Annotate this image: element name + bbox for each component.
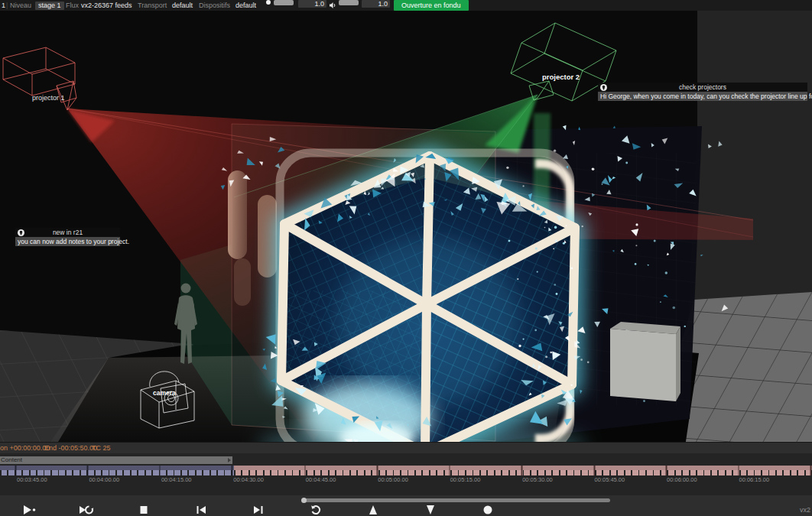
niveau-value[interactable]: stage 1 [35,2,64,10]
stop-button[interactable] [135,503,153,516]
timeline-tick-label: 00:04:30.00 [233,476,264,483]
note-pin-icon [600,84,607,93]
timeline-tick-label: 00:04:45.00 [306,476,336,483]
timeline-ruler-outside[interactable] [234,466,812,475]
timeline-tick-label: 00:04:00.00 [89,476,119,483]
position-timecode[interactable]: on +00:00:00.00 [0,443,50,454]
timeline-tick-label: 00:06:15.00 [739,476,770,483]
tc-rate[interactable]: TC 25 [92,443,111,454]
fade-open-button[interactable]: Ouverture en fondu [394,0,469,11]
scene-canvas: projector 1 projector 2 cam [0,11,812,442]
note-pin-icon [18,229,24,239]
play-button[interactable] [20,503,38,516]
note-check-projectors[interactable]: check projectors Hi George, when you com… [598,83,807,101]
app-brand: vx2 [800,506,810,514]
timeline-scrollbar-handle[interactable] [301,498,307,503]
go-to-end-button[interactable] [249,503,268,516]
replay-button[interactable] [307,503,325,516]
note-body: Hi George, when you come in today, can y… [598,92,807,101]
volume-slider[interactable] [339,0,359,5]
top-toolbar: 1 | Niveau stage 1 Flux vx2-26367 feeds … [0,0,812,11]
projector2-label: projector 2 [542,73,580,81]
timeline-scrollbar[interactable] [302,498,610,502]
note-title: new in r21 [53,229,83,236]
app-window: 1 | Niveau stage 1 Flux vx2-26367 feeds … [0,0,812,516]
level-index: 1 [2,0,5,11]
timeline-tick-label: 00:05:45.00 [595,476,625,483]
track-collapse-arrow-icon[interactable] [228,458,231,462]
note-header[interactable]: check projectors [598,83,807,92]
note-title: check projectors [679,83,726,91]
content-track[interactable]: Content [0,456,232,464]
opacity-slider[interactable] [274,0,294,5]
flux-label: Flux [66,0,79,11]
timecode-status-bar: on +00:00:00.00 End -00:05:50.00 TC 25 [0,442,812,454]
play-loop-button[interactable] [77,503,96,516]
prop-box[interactable] [610,322,680,401]
opacity-value[interactable]: 1.0 [298,0,326,8]
opacity-dot-icon [266,0,271,5]
timeline-tick-label: 00:05:30.00 [522,476,553,483]
timeline-ruler-inside[interactable] [0,466,234,475]
transport-value[interactable]: default [172,0,193,11]
volume-value[interactable]: 1.0 [362,0,390,8]
end-timecode[interactable]: End -00:05:50.00 [44,443,97,454]
note-header[interactable]: new in r21 [15,228,120,237]
note-new-in-r21[interactable]: new in r21 you can now add notes to your… [15,228,120,246]
stage-3d-viewport[interactable]: projector 1 projector 2 cam [0,11,812,442]
timeline-tick-label: 00:06:00.00 [667,476,697,483]
timeline-tick-label: 00:05:00.00 [378,476,408,483]
dispositifs-label: Dispositifs [199,0,230,11]
timeline-tick-label: 00:04:15.00 [161,476,192,483]
timeline-tick-label: 00:05:15.00 [450,476,481,483]
down-button[interactable] [421,503,440,516]
transport-bar: vx2 [0,495,812,516]
dispositifs-value[interactable]: default [235,0,256,11]
up-button[interactable] [364,503,382,516]
transport-label: Transport [138,0,167,11]
niveau-label: Niveau [10,0,31,11]
go-to-start-button[interactable] [192,503,210,516]
timeline-tick-label: 00:03:45.00 [17,476,47,483]
camera-label: camera [153,389,176,397]
flux-value[interactable]: vx2-26367 feeds [81,0,132,11]
content-track-label: Content [1,456,22,463]
projector1-label: projector 1 [32,94,65,102]
note-body: you can now add notes to your project. [15,237,120,246]
record-button[interactable] [479,503,497,516]
timeline-panel[interactable]: Content 00:03:45.0000:04:00.0000:04:15.0… [0,453,812,495]
